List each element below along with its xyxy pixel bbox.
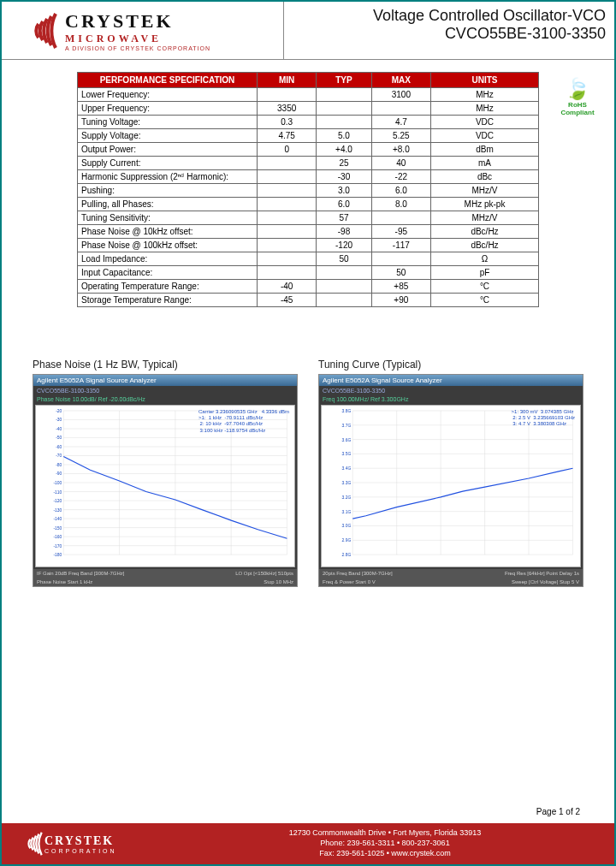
cell-units: MHz: [430, 102, 538, 116]
leaf-icon: 🍃: [552, 77, 603, 101]
part-number: CVCO55BE-3100-3350: [284, 25, 606, 43]
th-typ: TYP: [317, 73, 371, 88]
cell-units: MHz/V: [430, 184, 538, 198]
table-row: Tuning Sensitivity:57MHz/V: [78, 211, 539, 225]
foot2b-r: Sweep [Ctrl Voltage] Stop 5 V: [512, 579, 579, 584]
cell-typ: [317, 102, 371, 116]
footer-line2: CORPORATION: [44, 848, 117, 854]
cell-label: Phase Noise @ 10kHz offset:: [78, 225, 258, 239]
cell-label: Phase Noise @ 100kHz offset:: [78, 239, 258, 252]
svg-text:-140: -140: [53, 517, 62, 521]
analyzer1-foot1: IF Gain 20dB Freq Band [300M-7GHz] LO Op…: [33, 569, 297, 578]
svg-text:-150: -150: [53, 526, 62, 531]
cell-units: MHz pk-pk: [430, 198, 538, 211]
cell-max: [371, 102, 430, 116]
footer-line1: CRYSTEK: [44, 834, 117, 848]
cell-typ: 50: [317, 252, 371, 266]
footer-address: 12730 Commonwealth Drive • Fort Myers, F…: [156, 828, 614, 858]
cell-units: mA: [430, 157, 538, 170]
cell-typ: 6.0: [317, 198, 371, 211]
plot1-title: Phase Noise (1 Hz BW, Typical): [33, 359, 298, 371]
svg-text:2.9G: 2.9G: [342, 538, 352, 543]
cell-min: 3350: [258, 102, 317, 116]
svg-text:3.1G: 3.1G: [342, 510, 352, 514]
cell-min: [258, 157, 317, 170]
crystek-arcs-icon: [10, 828, 44, 859]
table-row: Storage Temperature Range:-45+90°C: [78, 294, 539, 307]
cell-label: Pushing:: [78, 184, 258, 198]
cell-label: Supply Current:: [78, 157, 258, 170]
svg-text:-40: -40: [56, 427, 62, 431]
svg-text:2.8G: 2.8G: [342, 553, 352, 557]
cell-typ: [317, 116, 371, 129]
plot1-area: Carrier 3.236090535 GHz 4.3336 dBm >1: 1…: [35, 405, 295, 567]
cell-typ: 3.0: [317, 184, 371, 198]
table-row: Tuning Voltage:0.34.7VDC: [78, 116, 539, 129]
svg-text:-60: -60: [56, 445, 62, 449]
cell-typ: -30: [317, 170, 371, 184]
cell-units: dBm: [430, 143, 538, 157]
cell-typ: -120: [317, 239, 371, 252]
cell-units: dBc: [430, 170, 538, 184]
table-row: Lower Frequency:3100MHz: [78, 88, 539, 102]
cell-typ: +4.0: [317, 143, 371, 157]
svg-text:3.7G: 3.7G: [342, 424, 352, 428]
cell-min: 0.3: [258, 116, 317, 129]
title-box: Voltage Controlled Oscillator-VCO CVCO55…: [284, 2, 614, 59]
cell-max: 50: [371, 266, 430, 280]
table-row: Harmonic Suppression (2ⁿᵈ Harmonic):-30-…: [78, 170, 539, 184]
table-row: Output Power:0+4.0+8.0dBm: [78, 143, 539, 157]
svg-text:3.3G: 3.3G: [342, 481, 352, 485]
cell-max: [371, 252, 430, 266]
addr3: Fax: 239-561-1025 • www.crystek.com: [156, 849, 614, 859]
cell-max: +8.0: [371, 143, 430, 157]
cell-label: Output Power:: [78, 143, 258, 157]
analyzer2-title: CVCO55BE-3100-3350: [319, 386, 583, 395]
cell-max: 4.7: [371, 116, 430, 129]
table-row: Pulling, all Phases:6.08.0MHz pk-pk: [78, 198, 539, 211]
table-row: Pushing:3.06.0MHz/V: [78, 184, 539, 198]
cell-typ: [317, 266, 371, 280]
logo-line1: CRYSTEK: [65, 10, 210, 33]
cell-max: [371, 211, 430, 225]
table-row: Supply Voltage:4.755.05.25VDC: [78, 129, 539, 143]
cell-min: 0: [258, 143, 317, 157]
cell-min: -40: [258, 280, 317, 294]
plot2-area: >1: 300 mV 3.074385 GHz 2: 2.5 V 3.23566…: [321, 405, 581, 567]
svg-text:-120: -120: [53, 499, 62, 503]
analyzer-1: Agilent E5052A Signal Source Analyzer CV…: [33, 374, 298, 587]
logo-text: CRYSTEK MICROWAVE A DIVISION OF CRYSTEK …: [65, 10, 210, 51]
cell-typ: [317, 88, 371, 102]
crystek-arcs-icon: [9, 9, 60, 52]
header: CRYSTEK MICROWAVE A DIVISION OF CRYSTEK …: [2, 2, 614, 60]
svg-text:-100: -100: [53, 481, 62, 485]
cell-units: °C: [430, 294, 538, 307]
cell-min: [258, 184, 317, 198]
analyzer2-foot2: Freq & Power Start 0 V Sweep [Ctrl Volta…: [319, 578, 583, 586]
cell-units: pF: [430, 266, 538, 280]
table-row: Upper Frequency:3350MHz: [78, 102, 539, 116]
analyzer2-info: Freq 100.00MHz/ Ref 3.300GHz: [319, 395, 583, 403]
cell-max: 5.25: [371, 129, 430, 143]
analyzer2-foot1: 20pts Freq Band [300M-7GHz] Freq Res [64…: [319, 569, 583, 578]
cell-typ: [317, 294, 371, 307]
cell-max: 3100: [371, 88, 430, 102]
cell-min: [258, 252, 317, 266]
cell-label: Supply Voltage:: [78, 129, 258, 143]
cell-max: -95: [371, 225, 430, 239]
cell-typ: 25: [317, 157, 371, 170]
plot1-markers: Carrier 3.236090535 GHz 4.3336 dBm >1: 1…: [198, 409, 289, 434]
footer-logo: CRYSTEK CORPORATION: [2, 828, 156, 859]
cell-units: dBc/Hz: [430, 225, 538, 239]
cell-label: Upper Frequency:: [78, 102, 258, 116]
svg-text:-90: -90: [56, 472, 62, 477]
cell-max: -117: [371, 239, 430, 252]
plot2-title: Tuning Curve (Typical): [318, 359, 583, 371]
cell-max: +85: [371, 280, 430, 294]
analyzer1-foot2: Phase Noise Start 1 kHz Stop 10 MHz: [33, 578, 297, 586]
cell-min: [258, 170, 317, 184]
svg-text:3.6G: 3.6G: [342, 438, 352, 442]
cell-label: Tuning Sensitivity:: [78, 211, 258, 225]
cell-label: Lower Frequency:: [78, 88, 258, 102]
svg-text:3.8G: 3.8G: [342, 409, 352, 413]
